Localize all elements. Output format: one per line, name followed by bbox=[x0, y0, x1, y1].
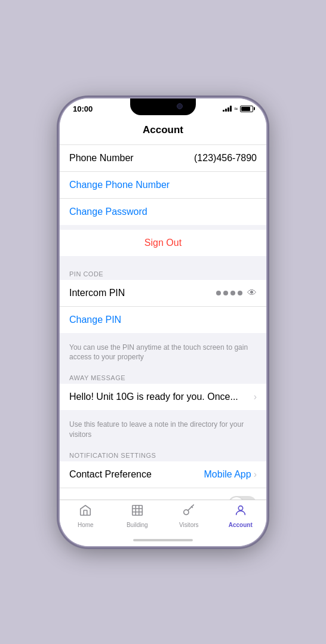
phone-number-label: Phone Number bbox=[69, 153, 134, 164]
pin-dot-4 bbox=[238, 291, 242, 295]
divider-1 bbox=[60, 261, 266, 266]
chevron-icon-2: › bbox=[254, 469, 257, 480]
change-pin-row[interactable]: Change PIN bbox=[60, 307, 266, 333]
away-message-header: AWAY MESSAGE bbox=[60, 369, 266, 384]
visitors-tab-label: Visitors bbox=[179, 522, 199, 528]
battery-icon bbox=[240, 106, 253, 112]
pin-info-text: You can use the PIN anytime at the touch… bbox=[60, 338, 266, 370]
chevron-icon: › bbox=[254, 392, 257, 402]
key-icon bbox=[182, 504, 195, 520]
sign-out-row[interactable]: Sign Out bbox=[60, 230, 266, 256]
change-phone-link[interactable]: Change Phone Number bbox=[69, 180, 170, 190]
away-message-info: Use this feature to leave a note in the … bbox=[60, 415, 266, 447]
away-message-section: Hello! Unit 10G is ready for you. Once..… bbox=[60, 384, 266, 410]
status-time: 10:00 bbox=[73, 104, 93, 113]
home-indicator bbox=[60, 534, 266, 546]
sign-out-section: Sign Out bbox=[60, 230, 266, 256]
pin-dot-3 bbox=[230, 291, 235, 295]
change-password-row[interactable]: Change Password bbox=[60, 199, 266, 225]
tab-bar: Home Building Visitors bbox=[60, 500, 266, 534]
phone-frame: 10:00 ≈ Account Phone Number (123)456-78… bbox=[60, 98, 266, 546]
phone-number-value: (123)456-7890 bbox=[194, 153, 257, 164]
tab-account[interactable]: Account bbox=[215, 504, 267, 528]
notification-header: NOTIFICATION SETTINGS bbox=[60, 447, 266, 461]
signal-icon bbox=[223, 106, 232, 112]
change-password-link[interactable]: Change Password bbox=[69, 207, 147, 217]
notch bbox=[130, 98, 196, 115]
tab-visitors[interactable]: Visitors bbox=[163, 504, 215, 528]
sign-out-button[interactable]: Sign Out bbox=[69, 238, 257, 248]
change-phone-row[interactable]: Change Phone Number bbox=[60, 172, 266, 199]
building-icon bbox=[131, 504, 144, 520]
contact-preference-value: Mobile App bbox=[204, 469, 251, 480]
account-icon bbox=[234, 504, 247, 520]
tab-building[interactable]: Building bbox=[112, 504, 164, 528]
svg-rect-0 bbox=[133, 505, 143, 515]
status-icons: ≈ bbox=[223, 105, 253, 112]
pin-section-header: PIN CODE bbox=[60, 266, 266, 280]
page-title: Account bbox=[60, 116, 266, 145]
contact-preference-value-container: Mobile App › bbox=[204, 469, 257, 480]
away-message-row[interactable]: Hello! Unit 10G is ready for you. Once..… bbox=[60, 384, 266, 410]
screen-content: Account Phone Number (123)456-7890 Chang… bbox=[60, 116, 266, 500]
contact-preference-row[interactable]: Contact Preference Mobile App › bbox=[60, 461, 266, 488]
sms-toggle-knob bbox=[229, 497, 244, 500]
contact-preference-label: Contact Preference bbox=[69, 469, 152, 480]
home-tab-label: Home bbox=[78, 522, 94, 528]
eye-icon[interactable]: 👁 bbox=[247, 288, 257, 298]
wifi-icon: ≈ bbox=[234, 105, 238, 112]
pin-value-container: 👁 bbox=[216, 288, 257, 298]
pin-dot-2 bbox=[223, 291, 228, 295]
sms-notifications-row[interactable]: SMS Notifications bbox=[60, 488, 266, 500]
intercom-pin-label: Intercom PIN bbox=[69, 288, 125, 298]
notification-section: Contact Preference Mobile App › SMS Noti… bbox=[60, 461, 266, 500]
account-info-section: Phone Number (123)456-7890 Change Phone … bbox=[60, 145, 266, 225]
pin-dots bbox=[216, 291, 242, 295]
phone-number-row: Phone Number (123)456-7890 bbox=[60, 145, 266, 172]
building-tab-label: Building bbox=[127, 522, 148, 528]
change-pin-link[interactable]: Change PIN bbox=[69, 315, 121, 325]
pin-section: Intercom PIN 👁 Change PIN bbox=[60, 280, 266, 333]
camera bbox=[177, 103, 183, 109]
account-tab-label: Account bbox=[229, 522, 253, 528]
svg-point-2 bbox=[238, 506, 242, 510]
home-bar bbox=[133, 539, 193, 541]
away-message-preview: Hello! Unit 10G is ready for you. Once..… bbox=[69, 392, 254, 402]
pin-dot-1 bbox=[216, 291, 221, 295]
sms-toggle[interactable] bbox=[228, 496, 257, 500]
home-icon bbox=[79, 504, 92, 520]
intercom-pin-row: Intercom PIN 👁 bbox=[60, 280, 266, 307]
tab-home[interactable]: Home bbox=[60, 504, 112, 528]
